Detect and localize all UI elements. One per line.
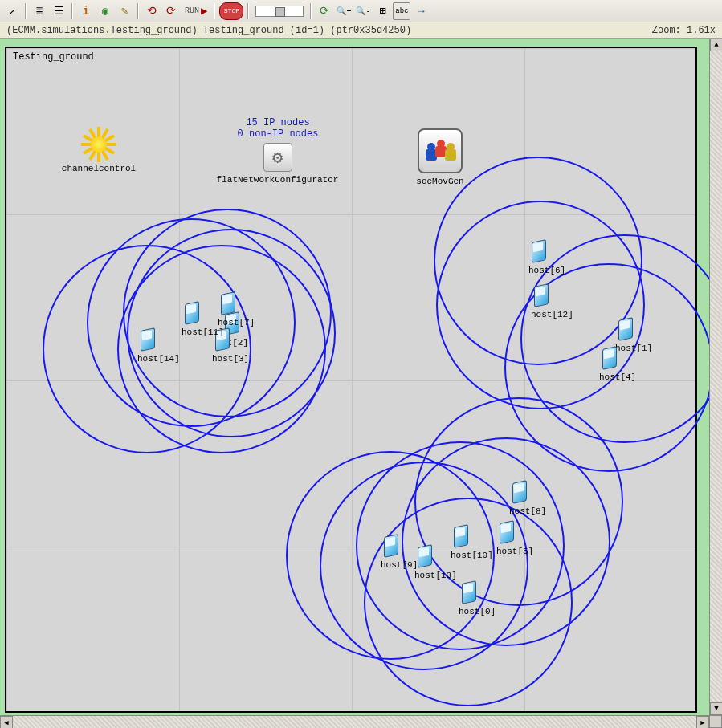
host-node[interactable]: host[12] bbox=[531, 285, 573, 319]
relayout-button[interactable]: ⊞ bbox=[373, 2, 391, 20]
scroll-track[interactable] bbox=[13, 716, 696, 728]
host-node[interactable]: host[9] bbox=[381, 535, 418, 570]
object-list-button[interactable]: ≣ bbox=[31, 2, 48, 20]
host-label: host[9] bbox=[381, 560, 418, 570]
run-button[interactable]: RUN ▶ bbox=[182, 2, 210, 20]
toolbar: ↗ ≣ ☰ i ◉ ✎ ⟲ ⟳ RUN ▶ STOP ⟳ 🔍+ 🔍- ⊞ abc… bbox=[0, 0, 722, 22]
path-button[interactable]: ✎ bbox=[116, 2, 133, 20]
host-label: host[13] bbox=[414, 571, 457, 580]
status-bar: (ECMM.simulations.Testing_ground) Testin… bbox=[0, 22, 722, 39]
module-path-label: (ECMM.simulations.Testing_ground) Testin… bbox=[6, 25, 411, 36]
network-button[interactable]: ◉ bbox=[96, 2, 114, 20]
toolbar-separator bbox=[214, 3, 215, 19]
canvas-area: Testing_ground channelcontrol 15 IP node… bbox=[0, 39, 722, 728]
scroll-corner bbox=[709, 715, 722, 728]
object-tree-button[interactable]: ☰ bbox=[50, 2, 67, 20]
device-icon bbox=[599, 348, 617, 372]
host-label: host[3] bbox=[212, 354, 249, 364]
host-label: host[11] bbox=[182, 327, 224, 337]
host-node[interactable]: host[0] bbox=[459, 582, 496, 616]
refresh-button[interactable]: ⟳ bbox=[316, 2, 333, 20]
go-button[interactable]: → bbox=[412, 2, 430, 20]
toolbar-separator bbox=[71, 3, 73, 19]
toggle-labels-button[interactable]: abc bbox=[393, 2, 410, 20]
host-node[interactable]: host[11] bbox=[182, 303, 224, 337]
go-up-button[interactable]: ↗ bbox=[3, 2, 21, 20]
toolbar-separator bbox=[25, 3, 27, 19]
stop-button[interactable]: STOP bbox=[219, 2, 243, 20]
device-icon bbox=[615, 319, 633, 343]
host-node[interactable]: host[13] bbox=[414, 546, 457, 580]
device-icon bbox=[531, 285, 549, 309]
simulation-ground[interactable]: Testing_ground channelcontrol 15 IP node… bbox=[5, 47, 697, 713]
host-node[interactable]: host[10] bbox=[451, 526, 493, 560]
host-label: host[4] bbox=[599, 372, 636, 382]
host-label: host[6] bbox=[528, 266, 565, 275]
scroll-down-button[interactable]: ▼ bbox=[710, 702, 722, 715]
horizontal-scrollbar[interactable]: ◀ ▶ bbox=[0, 715, 709, 728]
play-icon: ▶ bbox=[201, 4, 207, 18]
toolbar-separator bbox=[247, 3, 249, 19]
vertical-scrollbar[interactable]: ▲ ▼ bbox=[709, 39, 722, 715]
device-icon bbox=[459, 582, 476, 606]
device-icon bbox=[414, 546, 432, 570]
device-icon bbox=[509, 482, 527, 506]
run-label: RUN bbox=[185, 6, 199, 15]
hosts-layer: host[0]host[1]st[2]host[3]host[4]host[5]… bbox=[6, 48, 695, 711]
device-icon bbox=[528, 241, 546, 265]
step-forward-button[interactable]: ⟳ bbox=[162, 2, 180, 20]
host-label: host[0] bbox=[459, 607, 496, 616]
scroll-right-button[interactable]: ▶ bbox=[696, 716, 709, 728]
device-icon bbox=[496, 522, 514, 546]
viewport[interactable]: Testing_ground channelcontrol 15 IP node… bbox=[0, 39, 709, 715]
host-node[interactable]: host[8] bbox=[509, 482, 546, 516]
zoom-in-button[interactable]: 🔍+ bbox=[335, 2, 353, 20]
toolbar-separator bbox=[310, 3, 312, 19]
scroll-left-button[interactable]: ◀ bbox=[0, 716, 13, 728]
host-label: host[5] bbox=[496, 547, 533, 556]
scroll-track[interactable] bbox=[710, 51, 722, 702]
animation-speed-slider[interactable] bbox=[255, 6, 304, 17]
host-label: host[10] bbox=[451, 551, 493, 560]
zoom-label: Zoom: 1.61x bbox=[652, 25, 716, 36]
device-icon bbox=[381, 535, 398, 559]
host-node[interactable]: host[6] bbox=[528, 241, 565, 275]
device-icon bbox=[182, 303, 199, 327]
host-label: host[12] bbox=[531, 310, 573, 319]
device-icon bbox=[137, 329, 155, 353]
host-node[interactable]: host[14] bbox=[137, 329, 180, 364]
host-node[interactable]: host[4] bbox=[599, 348, 636, 382]
host-node[interactable]: host[5] bbox=[496, 522, 533, 556]
zoom-out-button[interactable]: 🔍- bbox=[354, 2, 372, 20]
host-label: host[8] bbox=[509, 506, 546, 516]
scroll-up-button[interactable]: ▲ bbox=[710, 39, 722, 51]
step-back-button[interactable]: ⟲ bbox=[143, 2, 161, 20]
host-label: host[14] bbox=[137, 354, 180, 364]
toolbar-separator bbox=[137, 3, 139, 19]
info-button[interactable]: i bbox=[77, 2, 95, 20]
